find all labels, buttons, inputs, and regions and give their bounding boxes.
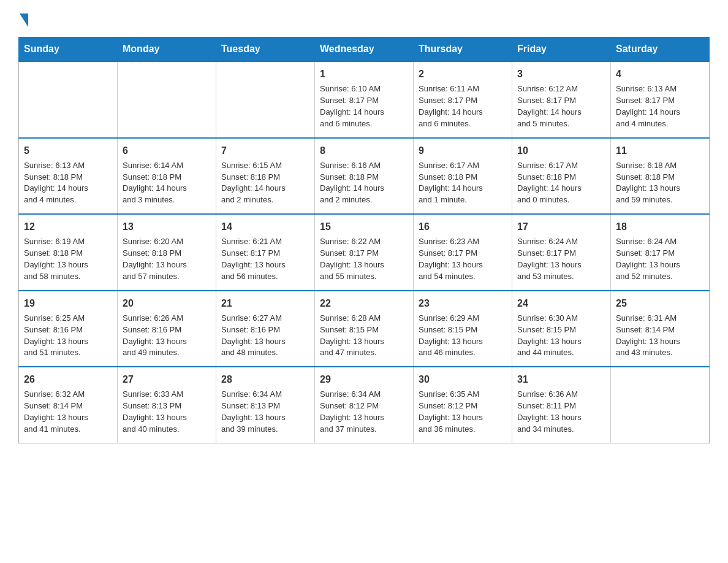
calendar-cell: 14Sunrise: 6:21 AMSunset: 8:17 PMDayligh… xyxy=(216,214,315,291)
day-number: 25 xyxy=(616,296,704,310)
day-number: 5 xyxy=(24,144,112,158)
day-number: 19 xyxy=(24,296,112,310)
calendar-cell: 29Sunrise: 6:34 AMSunset: 8:12 PMDayligh… xyxy=(315,367,414,443)
day-info: Sunrise: 6:24 AMSunset: 8:17 PMDaylight:… xyxy=(616,236,704,282)
day-info: Sunrise: 6:32 AMSunset: 8:14 PMDaylight:… xyxy=(24,389,112,435)
calendar-cell: 17Sunrise: 6:24 AMSunset: 8:17 PMDayligh… xyxy=(512,214,611,291)
day-number: 11 xyxy=(616,144,704,158)
day-info: Sunrise: 6:25 AMSunset: 8:16 PMDaylight:… xyxy=(24,313,112,359)
day-info: Sunrise: 6:35 AMSunset: 8:12 PMDaylight:… xyxy=(419,389,507,435)
calendar-cell: 10Sunrise: 6:17 AMSunset: 8:18 PMDayligh… xyxy=(512,138,611,215)
calendar-cell: 9Sunrise: 6:17 AMSunset: 8:18 PMDaylight… xyxy=(414,138,512,215)
day-info: Sunrise: 6:23 AMSunset: 8:17 PMDaylight:… xyxy=(419,236,507,282)
calendar-table: SundayMondayTuesdayWednesdayThursdayFrid… xyxy=(18,37,710,443)
day-info: Sunrise: 6:22 AMSunset: 8:17 PMDaylight:… xyxy=(320,236,408,282)
day-number: 2 xyxy=(419,67,507,81)
weekday-header-wednesday: Wednesday xyxy=(315,37,414,62)
calendar-cell: 27Sunrise: 6:33 AMSunset: 8:13 PMDayligh… xyxy=(118,367,216,443)
day-info: Sunrise: 6:17 AMSunset: 8:18 PMDaylight:… xyxy=(517,160,605,206)
day-info: Sunrise: 6:33 AMSunset: 8:13 PMDaylight:… xyxy=(123,389,211,435)
day-info: Sunrise: 6:28 AMSunset: 8:15 PMDaylight:… xyxy=(320,313,408,359)
calendar-cell: 21Sunrise: 6:27 AMSunset: 8:16 PMDayligh… xyxy=(216,291,315,367)
day-number: 7 xyxy=(221,144,309,158)
day-info: Sunrise: 6:21 AMSunset: 8:17 PMDaylight:… xyxy=(221,236,309,282)
calendar-cell: 19Sunrise: 6:25 AMSunset: 8:16 PMDayligh… xyxy=(19,291,118,367)
calendar-cell: 26Sunrise: 6:32 AMSunset: 8:14 PMDayligh… xyxy=(19,367,118,443)
day-number: 3 xyxy=(517,67,605,81)
day-number: 9 xyxy=(419,144,507,158)
calendar-week-row: 12Sunrise: 6:19 AMSunset: 8:18 PMDayligh… xyxy=(19,214,710,291)
day-number: 28 xyxy=(221,372,309,386)
calendar-cell: 7Sunrise: 6:15 AMSunset: 8:18 PMDaylight… xyxy=(216,138,315,215)
day-info: Sunrise: 6:14 AMSunset: 8:18 PMDaylight:… xyxy=(123,160,211,206)
day-number: 17 xyxy=(517,220,605,234)
day-number: 18 xyxy=(616,220,704,234)
day-info: Sunrise: 6:26 AMSunset: 8:16 PMDaylight:… xyxy=(123,313,211,359)
logo xyxy=(18,12,28,25)
calendar-cell: 18Sunrise: 6:24 AMSunset: 8:17 PMDayligh… xyxy=(611,214,710,291)
day-number: 30 xyxy=(419,372,507,386)
weekday-header-row: SundayMondayTuesdayWednesdayThursdayFrid… xyxy=(19,37,710,62)
day-number: 8 xyxy=(320,144,408,158)
calendar-cell: 5Sunrise: 6:13 AMSunset: 8:18 PMDaylight… xyxy=(19,138,118,215)
calendar-cell: 25Sunrise: 6:31 AMSunset: 8:14 PMDayligh… xyxy=(611,291,710,367)
calendar-week-row: 5Sunrise: 6:13 AMSunset: 8:18 PMDaylight… xyxy=(19,138,710,215)
day-info: Sunrise: 6:10 AMSunset: 8:17 PMDaylight:… xyxy=(320,83,408,129)
day-number: 14 xyxy=(221,220,309,234)
day-number: 22 xyxy=(320,296,408,310)
calendar-week-row: 1Sunrise: 6:10 AMSunset: 8:17 PMDaylight… xyxy=(19,61,710,138)
calendar-cell: 1Sunrise: 6:10 AMSunset: 8:17 PMDaylight… xyxy=(315,61,414,138)
day-number: 15 xyxy=(320,220,408,234)
weekday-header-friday: Friday xyxy=(512,37,611,62)
calendar-cell: 30Sunrise: 6:35 AMSunset: 8:12 PMDayligh… xyxy=(414,367,512,443)
calendar-week-row: 26Sunrise: 6:32 AMSunset: 8:14 PMDayligh… xyxy=(19,367,710,443)
calendar-cell: 12Sunrise: 6:19 AMSunset: 8:18 PMDayligh… xyxy=(19,214,118,291)
day-number: 31 xyxy=(517,372,605,386)
day-number: 12 xyxy=(24,220,112,234)
calendar-week-row: 19Sunrise: 6:25 AMSunset: 8:16 PMDayligh… xyxy=(19,291,710,367)
day-info: Sunrise: 6:36 AMSunset: 8:11 PMDaylight:… xyxy=(517,389,605,435)
calendar-cell: 8Sunrise: 6:16 AMSunset: 8:18 PMDaylight… xyxy=(315,138,414,215)
day-info: Sunrise: 6:24 AMSunset: 8:17 PMDaylight:… xyxy=(517,236,605,282)
weekday-header-tuesday: Tuesday xyxy=(216,37,315,62)
calendar-cell: 28Sunrise: 6:34 AMSunset: 8:13 PMDayligh… xyxy=(216,367,315,443)
calendar-cell xyxy=(216,61,315,138)
logo-triangle-icon xyxy=(20,13,28,27)
day-info: Sunrise: 6:13 AMSunset: 8:18 PMDaylight:… xyxy=(24,160,112,206)
day-number: 21 xyxy=(221,296,309,310)
day-number: 13 xyxy=(123,220,211,234)
calendar-cell: 6Sunrise: 6:14 AMSunset: 8:18 PMDaylight… xyxy=(118,138,216,215)
day-number: 16 xyxy=(419,220,507,234)
calendar-cell xyxy=(19,61,118,138)
calendar-cell: 3Sunrise: 6:12 AMSunset: 8:17 PMDaylight… xyxy=(512,61,611,138)
day-info: Sunrise: 6:19 AMSunset: 8:18 PMDaylight:… xyxy=(24,236,112,282)
day-info: Sunrise: 6:29 AMSunset: 8:15 PMDaylight:… xyxy=(419,313,507,359)
calendar-cell: 24Sunrise: 6:30 AMSunset: 8:15 PMDayligh… xyxy=(512,291,611,367)
day-info: Sunrise: 6:12 AMSunset: 8:17 PMDaylight:… xyxy=(517,83,605,129)
calendar-cell: 23Sunrise: 6:29 AMSunset: 8:15 PMDayligh… xyxy=(414,291,512,367)
day-number: 4 xyxy=(616,67,704,81)
calendar-cell xyxy=(118,61,216,138)
weekday-header-monday: Monday xyxy=(118,37,216,62)
day-info: Sunrise: 6:16 AMSunset: 8:18 PMDaylight:… xyxy=(320,160,408,206)
calendar-cell xyxy=(611,367,710,443)
page-header xyxy=(18,12,710,25)
day-number: 6 xyxy=(123,144,211,158)
calendar-cell: 4Sunrise: 6:13 AMSunset: 8:17 PMDaylight… xyxy=(611,61,710,138)
calendar-cell: 20Sunrise: 6:26 AMSunset: 8:16 PMDayligh… xyxy=(118,291,216,367)
day-info: Sunrise: 6:30 AMSunset: 8:15 PMDaylight:… xyxy=(517,313,605,359)
weekday-header-saturday: Saturday xyxy=(611,37,710,62)
day-info: Sunrise: 6:15 AMSunset: 8:18 PMDaylight:… xyxy=(221,160,309,206)
calendar-cell: 15Sunrise: 6:22 AMSunset: 8:17 PMDayligh… xyxy=(315,214,414,291)
day-number: 27 xyxy=(123,372,211,386)
calendar-cell: 2Sunrise: 6:11 AMSunset: 8:17 PMDaylight… xyxy=(414,61,512,138)
day-info: Sunrise: 6:13 AMSunset: 8:17 PMDaylight:… xyxy=(616,83,704,129)
day-info: Sunrise: 6:34 AMSunset: 8:12 PMDaylight:… xyxy=(320,389,408,435)
calendar-cell: 31Sunrise: 6:36 AMSunset: 8:11 PMDayligh… xyxy=(512,367,611,443)
day-info: Sunrise: 6:27 AMSunset: 8:16 PMDaylight:… xyxy=(221,313,309,359)
day-info: Sunrise: 6:11 AMSunset: 8:17 PMDaylight:… xyxy=(419,83,507,129)
day-number: 23 xyxy=(419,296,507,310)
day-number: 29 xyxy=(320,372,408,386)
day-number: 1 xyxy=(320,67,408,81)
day-number: 20 xyxy=(123,296,211,310)
